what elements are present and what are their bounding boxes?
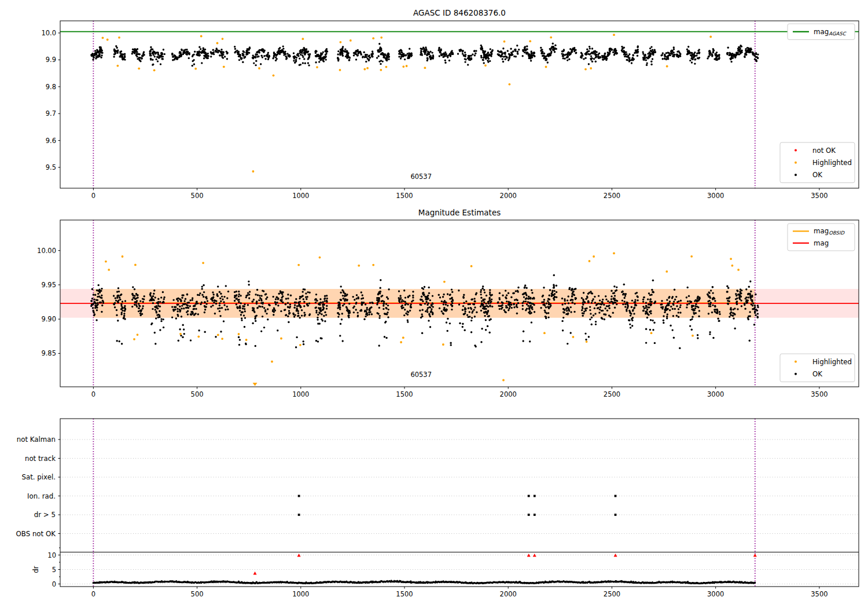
y-tick-label: 9.95 [41, 281, 56, 289]
highlighted-outlier [297, 264, 300, 266]
x-tick-label: 2000 [500, 192, 517, 200]
x-tick-label: 2000 [500, 390, 517, 398]
y-tick-label: 9.7 [46, 109, 56, 118]
subplot-2: 6053705001000150020002500300035009.859.9… [37, 220, 859, 398]
axes-frame [60, 21, 859, 188]
x-tick-label: 3500 [811, 590, 827, 598]
x-tick-label: 1500 [396, 390, 413, 398]
legend-label: OK [812, 171, 822, 179]
y-tick-label: 10.00 [37, 247, 56, 255]
dr-axis-label: dr [32, 566, 40, 573]
legend-marker-sample [795, 162, 797, 164]
highlighted-outlier [737, 269, 740, 271]
highlighted-outlier [350, 39, 352, 42]
obsid-annotation: 60537 [410, 371, 432, 379]
legend-marker-sample [795, 373, 797, 375]
highlighted-outlier [271, 361, 273, 363]
legend-marker-sample [795, 149, 797, 152]
x-tick-label: 1500 [396, 192, 413, 200]
figure-canvas: 6053705001000150020002500300035009.59.69… [0, 0, 868, 608]
highlighted-outlier [509, 83, 511, 86]
subplot-1: 6053705001000150020002500300035009.59.69… [41, 21, 859, 200]
ok-scatter [90, 43, 759, 67]
obsid-annotation: 60537 [410, 173, 432, 181]
highlighted-outlier [105, 261, 107, 263]
flag-label: Sat. pixel. [21, 473, 56, 481]
flag-label: not Kalman [17, 435, 56, 444]
highlighted-outlier [106, 39, 109, 41]
x-tick-label: 0 [91, 192, 95, 200]
legend-label: Highlighted [812, 159, 852, 167]
highlighted-outlier [102, 36, 104, 39]
x-tick-label: 2500 [604, 390, 620, 398]
flag-label: dr > 5 [34, 511, 56, 519]
highlighted-outlier [731, 265, 734, 267]
x-tick-label: 2500 [604, 590, 620, 598]
legend-label: Highlighted [812, 358, 852, 366]
x-tick-label: 3500 [811, 192, 827, 200]
clipped-marker-down [253, 383, 258, 386]
y-tick-label: 9.5 [46, 163, 56, 171]
x-tick-label: 1000 [292, 590, 309, 598]
flag-label: not track [25, 455, 56, 463]
dr-tick-label: 5 [52, 566, 56, 574]
x-tick-label: 3000 [707, 390, 724, 398]
x-tick-label: 2500 [604, 192, 620, 200]
legend-marker-sample [795, 174, 797, 176]
dr-tick-label: 10 [47, 551, 56, 559]
y-tick-label: 9.90 [41, 315, 56, 323]
y-tick-label: 10.0 [41, 29, 56, 37]
x-tick-label: 2000 [500, 590, 517, 598]
highlighted-outlier [273, 74, 275, 76]
legend-marker-sample [795, 361, 797, 363]
figure: 6053705001000150020002500300035009.59.69… [0, 0, 868, 608]
x-tick-label: 1000 [292, 390, 309, 398]
highlighted-outlier [358, 265, 360, 267]
x-tick-label: 3000 [707, 590, 724, 598]
y-tick-label: 9.9 [46, 56, 56, 64]
x-tick-label: 1000 [292, 192, 309, 200]
subplot-3: 0500100015002000250030003500not Kalmanno… [16, 419, 859, 598]
x-tick-label: 1500 [396, 590, 413, 598]
axes-frame [60, 419, 859, 587]
highlighted-outlier [613, 252, 615, 255]
highlighted-outlier [252, 170, 255, 173]
y-tick-label: 9.85 [41, 349, 56, 357]
flag-points [298, 495, 617, 516]
x-tick-label: 0 [91, 590, 95, 598]
flag-label: OBS not OK [16, 530, 56, 538]
highlighted-outlier [372, 37, 374, 39]
highlighted-outlier [108, 269, 110, 271]
chart1-title: AGASC ID 846208376.0 [413, 8, 506, 17]
x-tick-label: 500 [191, 590, 204, 598]
highlighted-outlier [613, 34, 615, 36]
x-tick-label: 500 [191, 390, 204, 398]
highlighted-outlier [200, 35, 203, 38]
highlighted-outlier [502, 379, 505, 382]
not-ok-points [253, 554, 757, 575]
chart2-title: Magnitude Estimates [418, 208, 501, 217]
flag-label: Ion. rad. [27, 492, 56, 500]
y-tick-label: 9.8 [46, 83, 56, 91]
legend-label: not OK [812, 146, 836, 155]
legend-label: mag [814, 239, 829, 247]
x-tick-label: 500 [191, 192, 204, 200]
x-tick-label: 3500 [811, 390, 827, 398]
x-tick-label: 3000 [707, 192, 724, 200]
highlighted-outlier [302, 38, 304, 40]
plots-layer: 6053705001000150020002500300035009.59.69… [16, 21, 859, 598]
x-tick-label: 0 [91, 390, 95, 398]
y-tick-label: 9.6 [46, 137, 56, 145]
highlighted-outlier [372, 264, 374, 266]
legend-label: OK [812, 370, 822, 378]
dr-tick-label: 0 [52, 580, 56, 588]
